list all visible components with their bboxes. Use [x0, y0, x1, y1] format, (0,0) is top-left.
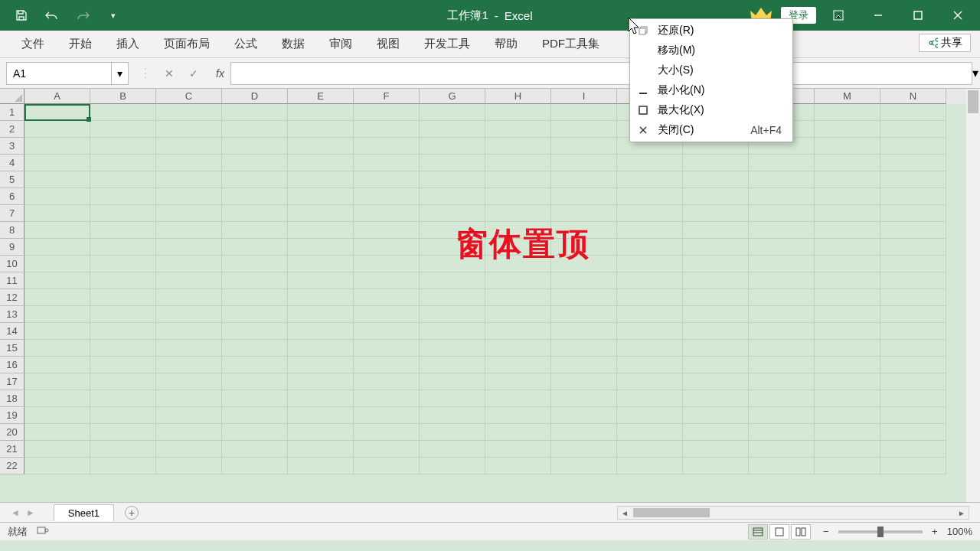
col-header-D[interactable]: D — [222, 89, 288, 104]
cell[interactable] — [815, 373, 880, 390]
ctx-maximize[interactable]: 最大化(X) — [630, 100, 792, 120]
cell[interactable] — [617, 171, 683, 188]
cell[interactable] — [288, 104, 354, 121]
cell[interactable] — [880, 239, 946, 256]
cell[interactable] — [485, 407, 551, 424]
cell[interactable] — [749, 373, 815, 390]
cell[interactable] — [222, 171, 288, 188]
cell[interactable] — [749, 256, 815, 272]
cell[interactable] — [354, 390, 420, 407]
cell[interactable] — [749, 441, 815, 458]
cell[interactable] — [617, 407, 683, 424]
cell[interactable] — [880, 121, 946, 138]
cell[interactable] — [749, 222, 815, 239]
sheet-nav-next-icon[interactable]: ► — [26, 507, 35, 518]
cell[interactable] — [551, 138, 617, 155]
cell[interactable] — [551, 256, 617, 272]
share-button[interactable]: 共享 — [919, 34, 971, 52]
cell[interactable] — [222, 188, 288, 205]
cell[interactable] — [749, 407, 815, 424]
col-header-H[interactable]: H — [485, 89, 551, 104]
tab-file[interactable]: 文件 — [9, 31, 57, 58]
tab-developer[interactable]: 开发工具 — [412, 31, 482, 58]
cell[interactable] — [156, 239, 222, 256]
cell[interactable] — [90, 458, 156, 474]
cell[interactable] — [683, 155, 749, 171]
cell[interactable] — [420, 441, 485, 458]
cell[interactable] — [880, 205, 946, 222]
cell[interactable] — [551, 272, 617, 289]
cell[interactable] — [90, 155, 156, 171]
cell[interactable] — [24, 205, 90, 222]
row-header-19[interactable]: 19 — [0, 407, 24, 424]
cell[interactable] — [288, 155, 354, 171]
cell[interactable] — [288, 323, 354, 340]
cell[interactable] — [156, 222, 222, 239]
cell[interactable] — [288, 272, 354, 289]
cell[interactable] — [90, 306, 156, 323]
cell[interactable] — [749, 357, 815, 373]
macro-record-icon[interactable] — [37, 525, 49, 538]
cell[interactable] — [24, 256, 90, 272]
cell[interactable] — [683, 424, 749, 441]
cell[interactable] — [683, 222, 749, 239]
cell[interactable] — [288, 424, 354, 441]
zoom-in-button[interactable]: + — [929, 526, 941, 537]
col-header-G[interactable]: G — [420, 89, 485, 104]
cell[interactable] — [420, 407, 485, 424]
cell[interactable] — [354, 256, 420, 272]
close-icon[interactable] — [940, 0, 975, 31]
cell[interactable] — [880, 256, 946, 272]
cell[interactable] — [420, 121, 485, 138]
cell[interactable] — [222, 155, 288, 171]
cell[interactable] — [551, 121, 617, 138]
cell[interactable] — [90, 222, 156, 239]
cell[interactable] — [815, 155, 880, 171]
tab-review[interactable]: 审阅 — [317, 31, 364, 58]
cell[interactable] — [420, 306, 485, 323]
row-header-20[interactable]: 20 — [0, 424, 24, 441]
cell[interactable] — [485, 205, 551, 222]
zoom-knob[interactable] — [877, 527, 884, 537]
cell[interactable] — [485, 289, 551, 306]
cell[interactable] — [617, 272, 683, 289]
cell[interactable] — [749, 272, 815, 289]
sheet-tab-sheet1[interactable]: Sheet1 — [54, 504, 114, 521]
cell[interactable] — [551, 441, 617, 458]
cell[interactable] — [749, 323, 815, 340]
page-layout-view-icon[interactable] — [769, 524, 789, 540]
cell[interactable] — [222, 424, 288, 441]
cell[interactable] — [485, 458, 551, 474]
cell[interactable] — [288, 373, 354, 390]
cell[interactable] — [156, 272, 222, 289]
cell[interactable] — [288, 340, 354, 357]
cell[interactable] — [420, 289, 485, 306]
row-header-18[interactable]: 18 — [0, 390, 24, 407]
cell[interactable] — [815, 121, 880, 138]
cell[interactable] — [485, 239, 551, 256]
cell[interactable] — [288, 222, 354, 239]
cell[interactable] — [485, 155, 551, 171]
cell[interactable] — [617, 289, 683, 306]
cell[interactable] — [749, 239, 815, 256]
select-all-corner[interactable] — [0, 89, 24, 104]
row-header-22[interactable]: 22 — [0, 458, 24, 474]
cell[interactable] — [880, 272, 946, 289]
tab-pdf-tools[interactable]: PDF工具集 — [530, 31, 612, 58]
cell[interactable] — [551, 205, 617, 222]
horizontal-scrollbar[interactable]: ◄ ► — [617, 506, 969, 520]
row-header-11[interactable]: 11 — [0, 272, 24, 289]
cell[interactable] — [551, 306, 617, 323]
cell[interactable] — [815, 407, 880, 424]
cell[interactable] — [354, 188, 420, 205]
cell[interactable] — [354, 441, 420, 458]
cell[interactable] — [222, 373, 288, 390]
cell[interactable] — [354, 205, 420, 222]
add-sheet-button[interactable]: + — [125, 506, 139, 520]
cell[interactable] — [90, 373, 156, 390]
cell[interactable] — [24, 155, 90, 171]
cell[interactable] — [485, 138, 551, 155]
cell[interactable] — [420, 357, 485, 373]
cell[interactable] — [551, 155, 617, 171]
cell[interactable] — [485, 171, 551, 188]
